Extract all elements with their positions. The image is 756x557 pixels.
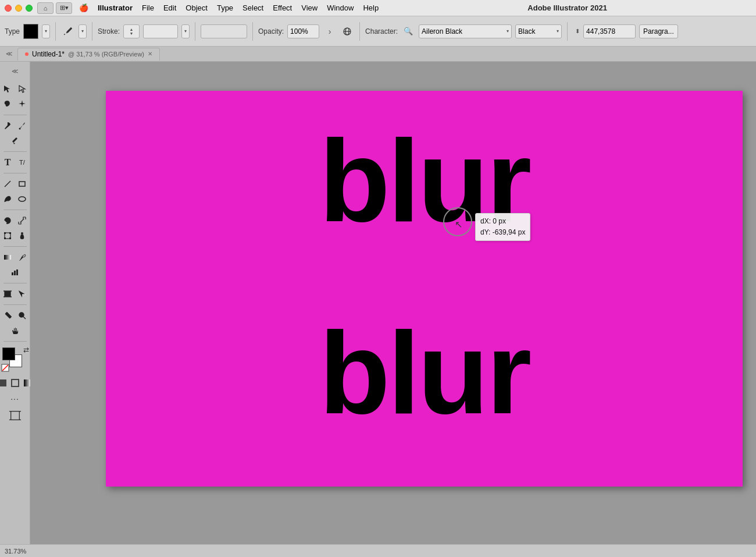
menu-edit[interactable]: Edit xyxy=(159,2,181,13)
fill-color-box[interactable] xyxy=(2,347,15,360)
paragraph-button[interactable]: Paragra... xyxy=(639,24,678,38)
hand-tool[interactable] xyxy=(8,324,22,338)
menu-help[interactable]: Help xyxy=(358,2,383,13)
options-toolbar: Type ▾ ▾ Stroke: ▲▼ ▾ Opacity: 100% › xyxy=(0,16,756,47)
tab-close-button[interactable]: ✕ xyxy=(148,51,152,57)
selection-tool[interactable] xyxy=(1,82,15,96)
type-on-path-tool[interactable]: T/ xyxy=(15,155,29,169)
close-button[interactable] xyxy=(5,5,12,12)
zoom-tool[interactable] xyxy=(15,308,29,322)
menu-object[interactable]: Object xyxy=(181,2,212,13)
paintbrush-tool[interactable] xyxy=(15,119,29,133)
free-transform-tool[interactable] xyxy=(1,229,15,243)
menu-window[interactable]: Window xyxy=(322,2,358,13)
canvas-area[interactable]: blur blur ↖ dX: 0 px dY: -639,94 px xyxy=(30,62,756,544)
selection-tools-row xyxy=(1,82,29,96)
font-search-icon[interactable]: 🔍 xyxy=(401,24,415,38)
svg-rect-14 xyxy=(4,237,6,239)
ellipse-tool[interactable] xyxy=(15,192,29,206)
tab-label: Untitled-1* xyxy=(32,50,65,58)
stroke-dropdown[interactable]: ▾ xyxy=(181,24,190,38)
pen-tool[interactable] xyxy=(1,119,15,133)
apple-menu[interactable]: 🍎 xyxy=(74,2,93,13)
cursor-pointer: ↖ xyxy=(455,219,462,230)
stroke-mode-button[interactable] xyxy=(10,378,20,388)
shaper-tool[interactable] xyxy=(1,192,15,206)
menu-view[interactable]: View xyxy=(297,2,322,13)
menu-type[interactable]: Type xyxy=(212,2,238,13)
global-icon[interactable] xyxy=(340,24,354,38)
artboard-icon[interactable] xyxy=(9,409,22,424)
magic-wand-tool[interactable] xyxy=(15,97,29,111)
tab-collapse-arrow[interactable]: ≪ xyxy=(5,49,14,59)
artboard-tool[interactable] xyxy=(1,287,15,301)
rotate-tool[interactable] xyxy=(1,214,15,228)
svg-rect-5 xyxy=(12,137,17,143)
main-area: ≪ xyxy=(0,62,756,544)
sep-2 xyxy=(92,22,92,41)
fill-color-swatch[interactable] xyxy=(23,24,38,39)
svg-marker-6 xyxy=(13,143,15,144)
svg-line-10 xyxy=(20,219,24,222)
menu-file[interactable]: File xyxy=(137,2,159,13)
menu-effect[interactable]: Effect xyxy=(268,2,297,13)
sep-5 xyxy=(359,22,360,41)
brush-dropdown[interactable]: ▾ xyxy=(79,24,87,38)
stroke-stepper[interactable]: ▲▼ xyxy=(123,24,140,38)
artboard-tools-row xyxy=(1,287,29,301)
none-icon[interactable] xyxy=(1,364,9,372)
tools-sep-8 xyxy=(3,341,27,342)
layout-button[interactable]: ⊞▾ xyxy=(56,2,72,14)
tooltip-dx: dX: 0 px xyxy=(480,216,525,227)
fill-dropdown[interactable]: ▾ xyxy=(42,24,50,38)
menu-illustrator[interactable]: Illustrator xyxy=(93,2,137,13)
coord-stepper[interactable]: ⬍ xyxy=(573,27,582,36)
puppet-warp-tool[interactable] xyxy=(15,229,29,243)
document-tab[interactable]: Untitled-1* @ 31,73 % (RGB/Preview) ✕ xyxy=(17,48,160,61)
graph-tool[interactable] xyxy=(8,265,22,279)
lasso-tool[interactable] xyxy=(1,97,15,111)
tools-sep-6 xyxy=(3,283,27,283)
tooltip: dX: 0 px dY: -639,94 px xyxy=(475,213,530,241)
fill-mode-button[interactable] xyxy=(0,378,8,388)
type-tool[interactable]: T xyxy=(1,155,15,169)
eraser-tool[interactable] xyxy=(1,308,15,322)
minimize-button[interactable] xyxy=(15,5,22,12)
panel-collapse-arrow[interactable]: ≪ xyxy=(10,66,20,76)
font-name-dropdown[interactable]: Aileron Black ▾ xyxy=(419,24,512,38)
tab-detail: @ 31,73 % (RGB/Preview) xyxy=(68,51,144,58)
coord-value[interactable]: 447,3578 xyxy=(583,24,636,38)
font-name-text: Aileron Black xyxy=(422,27,462,36)
tools-sep-1 xyxy=(3,115,27,115)
stroke-input[interactable] xyxy=(143,24,178,38)
more-tools-button[interactable]: ··· xyxy=(10,394,19,403)
pencil-tool[interactable] xyxy=(8,134,22,148)
character-label: Character: xyxy=(365,27,398,36)
eyedropper-tool[interactable] xyxy=(15,250,29,264)
svg-rect-20 xyxy=(16,269,18,275)
svg-rect-32 xyxy=(0,379,6,386)
gradient-tool[interactable] xyxy=(1,250,15,264)
status-zoom: 31.73% xyxy=(5,548,26,555)
rectangle-tool[interactable] xyxy=(15,177,29,191)
stroke-label: Stroke: xyxy=(98,27,120,36)
sep-3 xyxy=(195,22,195,41)
gradient-tools-row xyxy=(1,250,29,264)
slice-tool[interactable] xyxy=(15,287,29,301)
brush-icon[interactable] xyxy=(61,24,75,38)
svg-rect-21 xyxy=(5,291,10,297)
opacity-value[interactable]: 100% xyxy=(287,24,319,38)
content-area: ≪ Untitled-1* @ 31,73 % (RGB/Preview) ✕ … xyxy=(0,47,756,544)
svg-line-7 xyxy=(5,181,10,187)
swap-colors-icon[interactable]: ⇄ xyxy=(23,346,29,354)
opacity-expand-icon[interactable]: › xyxy=(323,24,337,38)
maximize-button[interactable] xyxy=(26,5,33,12)
direct-selection-tool[interactable] xyxy=(15,82,29,96)
type-tools-row: T T/ xyxy=(1,155,29,169)
line-tool[interactable] xyxy=(1,177,15,191)
scale-tool[interactable] xyxy=(15,214,29,228)
stroke-style-preview[interactable] xyxy=(201,24,247,38)
menu-select[interactable]: Select xyxy=(238,2,268,13)
font-style-dropdown[interactable]: Black ▾ xyxy=(515,24,562,38)
home-button[interactable]: ⌂ xyxy=(37,2,54,14)
